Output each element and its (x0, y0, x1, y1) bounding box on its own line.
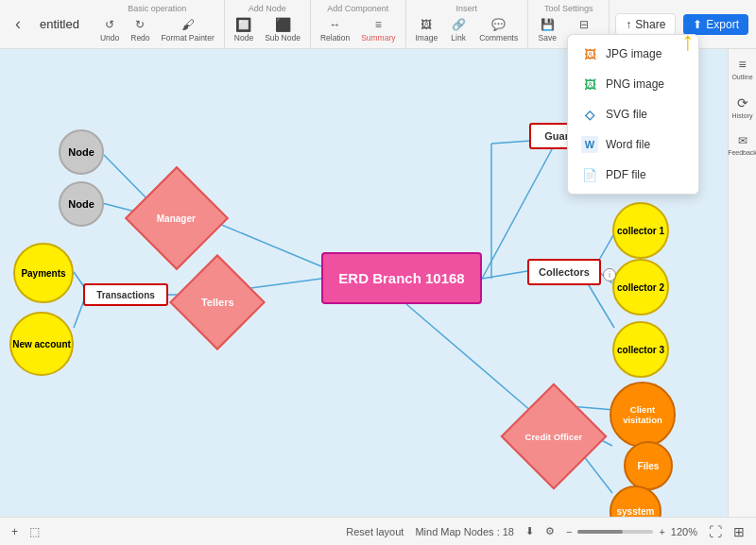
export-dropdown: 🖼 JPG image 🖼 PNG image ◇ SVG file W Wor… (567, 34, 699, 195)
add-component-label: Add Component (327, 4, 388, 13)
settings-icon[interactable]: ⚙ (545, 525, 555, 537)
relation-button[interactable]: ↔Relation (317, 15, 353, 44)
save-button[interactable]: 💾Save (534, 15, 560, 44)
pdf-icon: 📄 (581, 166, 598, 183)
collector2-node[interactable]: collector 2 (612, 259, 669, 315)
new-account-node[interactable]: New account (9, 312, 74, 376)
payments-node[interactable]: Payments (13, 243, 74, 303)
export-label: Export (706, 18, 739, 31)
erd-main-label: ERD Branch 10168 (338, 270, 464, 286)
svg-line-0 (482, 139, 558, 279)
svg-line-1 (482, 271, 527, 279)
comments-button[interactable]: 💬Comments (475, 15, 522, 44)
layers-bottom-icon[interactable]: ⬚ (29, 525, 40, 538)
credit-officer-label: Credit Officer (525, 432, 583, 442)
svg-line-2 (406, 304, 539, 417)
svg-line-4 (208, 219, 321, 266)
collector3-label: collector 3 (617, 345, 664, 355)
insert-label: Insert (456, 4, 478, 13)
sysstem-label: sysstem (616, 506, 654, 517)
manager-node[interactable]: Manager (125, 166, 229, 270)
share-label: Share (635, 18, 665, 31)
history-label: History (732, 112, 753, 119)
collector1-label: collector 1 (617, 226, 664, 236)
mindmap-nodes-label: Mind Map Nodes : 18 (415, 526, 514, 537)
collectors-node[interactable]: Collectors (527, 259, 601, 285)
sidebar-history[interactable]: ⟳ History (732, 95, 753, 119)
client-visitation-node[interactable]: Client visitation (610, 382, 676, 448)
jpg-export-item[interactable]: 🖼 JPG image (568, 39, 698, 69)
sidebar-outline[interactable]: ≡ Outline (731, 57, 752, 80)
credit-officer-node[interactable]: Credit Officer (500, 383, 607, 489)
right-sidebar: ≡ Outline ⟳ History ✉ Feedback (728, 49, 756, 517)
word-export-item[interactable]: W Word file (568, 129, 698, 160)
manager-label: Manager (157, 213, 196, 224)
node2-label: Node (68, 198, 94, 210)
node1-label: Node (68, 146, 94, 158)
feedback-icon: ✉ (738, 134, 747, 147)
collector2-label: collector 2 (617, 282, 664, 293)
arrow-indicator: ↑ (681, 26, 695, 57)
outline-label: Outline (731, 74, 752, 80)
insert-section: Insert 🖼Image 🔗Link 💬Comments (406, 0, 529, 48)
pdf-label: PDF file (606, 168, 646, 181)
files-label: Files (638, 461, 660, 471)
tellers-node[interactable]: Tellers (169, 254, 266, 350)
redo-button[interactable]: ↻Redo (127, 15, 153, 44)
svg-label: SVG file (606, 108, 647, 121)
svg-line-7 (586, 281, 614, 328)
link-button[interactable]: 🔗Link (445, 15, 472, 44)
node1[interactable]: Node (59, 129, 104, 175)
sysstem-node[interactable]: sysstem (610, 485, 662, 517)
summary-button[interactable]: ≡Summary (357, 15, 399, 44)
tool-settings-label: Tool Settings (544, 4, 593, 13)
add-component-section: Add Component ↔Relation ≡Summary (311, 0, 406, 48)
download-icon[interactable]: ⬇ (525, 525, 534, 537)
node2[interactable]: Node (59, 181, 104, 227)
tellers-label: Tellers (201, 297, 234, 308)
history-icon: ⟳ (737, 95, 748, 111)
back-button[interactable]: ‹ (8, 14, 28, 34)
zoom-out-button[interactable]: − (566, 526, 572, 537)
bottom-bar: + ⬚ Reset layout Mind Map Nodes : 18 ⬇ ⚙… (0, 517, 756, 545)
pdf-export-item[interactable]: 📄 PDF file (568, 160, 698, 190)
files-node[interactable]: Files (624, 441, 673, 490)
sub-node-button[interactable]: ⬛Sub Node (261, 15, 304, 44)
word-icon: W (581, 136, 598, 153)
node-button[interactable]: 🔲Node (231, 15, 257, 44)
zoom-level: 120% (671, 526, 697, 537)
image-button[interactable]: 🖼Image (412, 15, 442, 44)
sidebar-feedback[interactable]: ✉ Feedback (728, 134, 756, 156)
share-button[interactable]: ↑ Share (615, 13, 676, 36)
reset-layout-button[interactable]: Reset layout (346, 526, 404, 537)
payments-label: Payments (21, 268, 65, 279)
outline-icon: ≡ (738, 57, 746, 72)
app-title: entitled (28, 17, 91, 31)
basic-operation-label: Basic operation (128, 4, 186, 13)
collectors-label: Collectors (539, 266, 590, 278)
collector1-node[interactable]: collector 1 (612, 202, 669, 259)
jpg-label: JPG image (606, 47, 662, 60)
erd-main-node[interactable]: ERD Branch 10168 (321, 252, 482, 304)
client-visitation-label: Client visitation (611, 404, 674, 425)
zoom-in-button[interactable]: + (659, 526, 664, 537)
fit-screen-button[interactable]: ⊞ (733, 524, 745, 539)
feedback-label: Feedback (728, 149, 756, 156)
undo-button[interactable]: ↺Undo (96, 15, 123, 44)
add-node-label: Add Node (249, 4, 286, 13)
svg-line-8 (104, 155, 151, 203)
png-export-item[interactable]: 🖼 PNG image (568, 69, 698, 99)
info-icon[interactable]: i (603, 268, 616, 281)
fullscreen-button[interactable]: ⛶ (709, 524, 722, 539)
zoom-control: − + 120% (566, 526, 697, 537)
png-icon: 🖼 (581, 76, 598, 93)
transactions-node[interactable]: Transactions (83, 283, 168, 306)
png-label: PNG image (606, 77, 664, 91)
svg-export-item[interactable]: ◇ SVG file (568, 99, 698, 129)
add-node-bottom-icon[interactable]: + (11, 525, 18, 538)
collector3-node[interactable]: collector 3 (612, 321, 669, 378)
format-painter-button[interactable]: 🖌Format Painter (158, 15, 218, 44)
transactions-label: Transactions (96, 290, 155, 300)
add-node-section: Add Node 🔲Node ⬛Sub Node (225, 0, 311, 48)
zoom-slider[interactable] (577, 530, 653, 534)
